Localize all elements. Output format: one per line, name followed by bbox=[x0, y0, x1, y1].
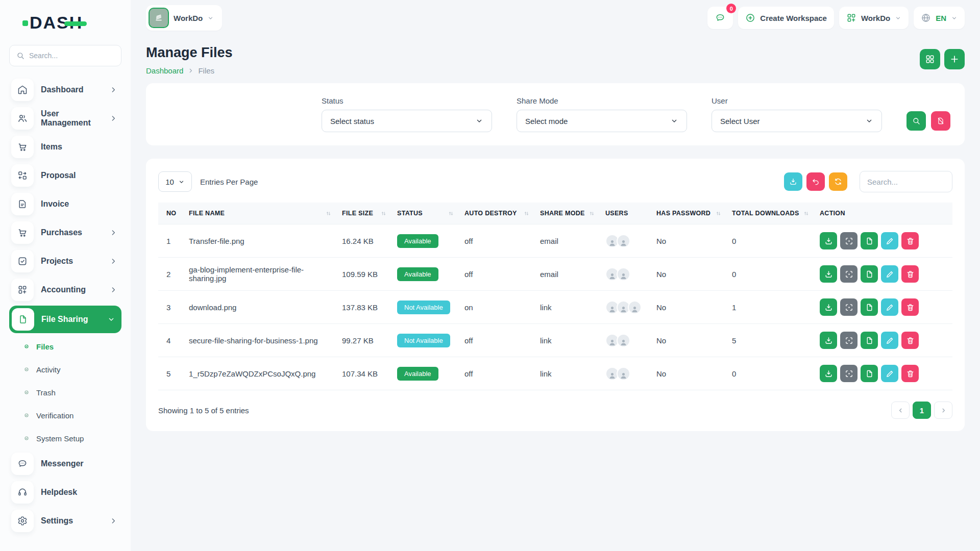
scan-button[interactable] bbox=[840, 298, 857, 316]
auto-destroy-value: off bbox=[459, 258, 535, 291]
edit-button[interactable] bbox=[881, 232, 898, 249]
row-number: 2 bbox=[158, 258, 184, 291]
edit-button[interactable] bbox=[881, 332, 898, 349]
edit-icon bbox=[886, 336, 894, 345]
download-button[interactable] bbox=[820, 332, 837, 349]
breadcrumb-dashboard-link[interactable]: Dashboard bbox=[146, 66, 183, 75]
grid-view-button[interactable] bbox=[920, 49, 940, 69]
table-row: 1 Transfer-file.png 16.24 KB Available o… bbox=[158, 224, 952, 258]
next-page-button[interactable] bbox=[934, 402, 952, 419]
chevron-right-icon bbox=[109, 257, 117, 265]
column-auto-destroy[interactable]: AUTO DESTROY bbox=[459, 203, 535, 224]
sidebar-item-settings[interactable]: Settings bbox=[9, 510, 121, 532]
sidebar-item-file-sharing[interactable]: File Sharing bbox=[9, 306, 121, 333]
apply-filter-button[interactable] bbox=[906, 111, 926, 131]
reset-filter-button[interactable] bbox=[931, 111, 950, 131]
share-mode-value: link bbox=[535, 357, 600, 390]
language-selector[interactable]: EN bbox=[914, 7, 965, 29]
edit-button[interactable] bbox=[881, 298, 898, 316]
auto-destroy-value: off bbox=[459, 224, 535, 258]
undo-button[interactable] bbox=[806, 172, 825, 191]
workspace-switcher[interactable]: WorkDo bbox=[146, 5, 222, 31]
user-select[interactable]: Select User bbox=[712, 110, 882, 132]
user-avatars bbox=[605, 267, 646, 281]
column-file-size[interactable]: FILE SIZE bbox=[337, 203, 392, 224]
submenu-item-system-setup[interactable]: System Setup bbox=[9, 430, 121, 447]
check-square-icon bbox=[11, 250, 34, 272]
entries-summary: Showing 1 to 5 of 5 entries bbox=[158, 406, 249, 415]
submenu-item-verification[interactable]: Verification bbox=[9, 407, 121, 424]
page-1-button[interactable]: 1 bbox=[913, 402, 931, 419]
sidebar-item-projects[interactable]: Projects bbox=[9, 250, 121, 272]
edit-button[interactable] bbox=[881, 365, 898, 382]
file-icon bbox=[12, 308, 34, 331]
scan-button[interactable] bbox=[840, 232, 857, 249]
sidebar-item-invoice[interactable]: Invoice bbox=[9, 193, 121, 215]
messages-button[interactable]: 0 bbox=[707, 7, 733, 29]
delete-button[interactable] bbox=[901, 298, 919, 316]
column-has-password[interactable]: HAS PASSWORD bbox=[651, 203, 727, 224]
delete-button[interactable] bbox=[901, 365, 919, 382]
file-sharing-submenu: Files Activity Trash Verification System… bbox=[9, 338, 121, 447]
submenu-item-label: Files bbox=[36, 342, 54, 351]
scan-icon bbox=[845, 270, 853, 279]
sidebar-item-messenger[interactable]: Messenger bbox=[9, 453, 121, 475]
submenu-item-trash[interactable]: Trash bbox=[9, 384, 121, 401]
status-select[interactable]: Select status bbox=[322, 110, 492, 132]
refresh-button[interactable] bbox=[829, 172, 847, 191]
app-root: DASH Dashboard User Management Items bbox=[0, 0, 980, 551]
bullet-icon bbox=[23, 435, 30, 441]
download-button[interactable] bbox=[820, 232, 837, 249]
sidebar-item-items[interactable]: Items bbox=[9, 136, 121, 158]
download-button[interactable] bbox=[820, 365, 837, 382]
file-detail-button[interactable] bbox=[861, 365, 878, 382]
delete-button[interactable] bbox=[901, 332, 919, 349]
sidebar-search[interactable] bbox=[9, 45, 121, 66]
file-detail-button[interactable] bbox=[861, 232, 878, 249]
sidebar-item-accounting[interactable]: Accounting bbox=[9, 279, 121, 301]
share-mode-filter-label: Share Mode bbox=[517, 96, 687, 105]
scan-button[interactable] bbox=[840, 365, 857, 382]
table-header-row: NO FILE NAME FILE SIZE STATUS AUTO DESTR… bbox=[158, 203, 952, 224]
apps-menu-button[interactable]: WorkDo bbox=[839, 7, 909, 29]
download-button[interactable] bbox=[820, 265, 837, 283]
column-file-name[interactable]: FILE NAME bbox=[184, 203, 337, 224]
scan-button[interactable] bbox=[840, 265, 857, 283]
sidebar-search-input[interactable] bbox=[29, 52, 114, 60]
sort-icon bbox=[715, 210, 722, 217]
chevron-right-icon bbox=[109, 517, 117, 525]
delete-button[interactable] bbox=[901, 232, 919, 249]
sidebar-item-label: Invoice bbox=[41, 199, 117, 209]
scan-button[interactable] bbox=[840, 332, 857, 349]
column-share-mode[interactable]: SHARE MODE bbox=[535, 203, 600, 224]
sidebar-item-helpdesk[interactable]: Helpdesk bbox=[9, 481, 121, 504]
scan-icon bbox=[845, 336, 853, 345]
download-button[interactable] bbox=[820, 298, 837, 316]
file-detail-button[interactable] bbox=[861, 265, 878, 283]
table-search-input[interactable] bbox=[860, 171, 952, 192]
sidebar-item-label: Projects bbox=[41, 257, 102, 266]
column-status[interactable]: STATUS bbox=[392, 203, 459, 224]
share-mode-select[interactable]: Select mode bbox=[517, 110, 687, 132]
submenu-item-activity[interactable]: Activity bbox=[9, 361, 121, 378]
edit-button[interactable] bbox=[881, 265, 898, 283]
export-download-button[interactable] bbox=[784, 172, 802, 191]
submenu-item-files[interactable]: Files bbox=[9, 338, 121, 355]
sidebar-item-label: Dashboard bbox=[41, 85, 102, 94]
page-size-select[interactable]: 10 bbox=[158, 171, 192, 192]
chevron-right-icon bbox=[109, 229, 117, 237]
sidebar-item-user-management[interactable]: User Management bbox=[9, 107, 121, 130]
file-detail-button[interactable] bbox=[861, 332, 878, 349]
sidebar-item-purchases[interactable]: Purchases bbox=[9, 221, 121, 244]
has-password-value: No bbox=[651, 324, 727, 357]
notification-badge: 0 bbox=[726, 4, 736, 13]
create-workspace-button[interactable]: Create Workspace bbox=[738, 7, 834, 29]
delete-button[interactable] bbox=[901, 265, 919, 283]
file-detail-button[interactable] bbox=[861, 298, 878, 316]
column-total-downloads[interactable]: TOTAL DOWNLOADS bbox=[727, 203, 815, 224]
file-size: 107.34 KB bbox=[337, 357, 392, 390]
add-file-button[interactable] bbox=[944, 49, 965, 69]
prev-page-button[interactable] bbox=[891, 402, 910, 419]
sidebar-item-proposal[interactable]: Proposal bbox=[9, 164, 121, 187]
sidebar-item-dashboard[interactable]: Dashboard bbox=[9, 79, 121, 101]
